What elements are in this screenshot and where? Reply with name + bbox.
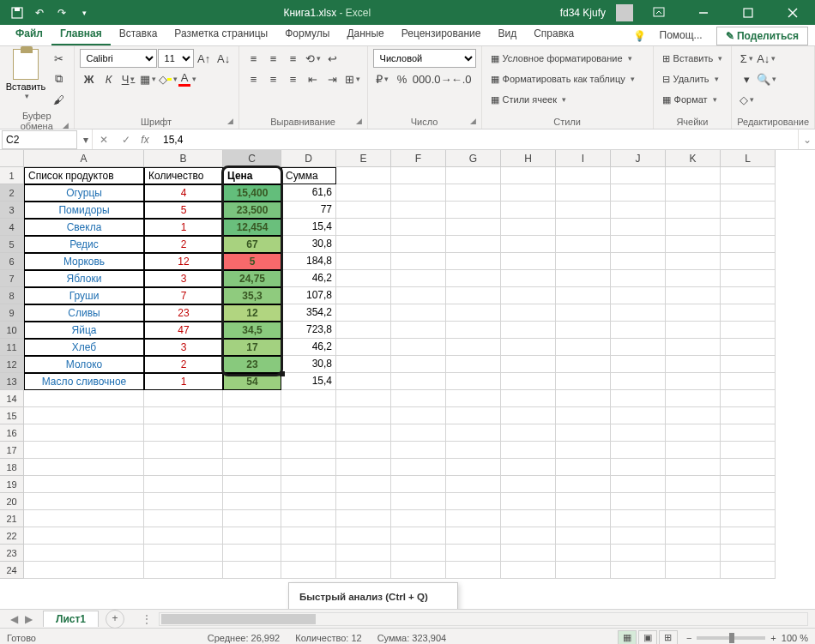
cell[interactable] <box>446 219 501 236</box>
cell[interactable] <box>223 442 281 459</box>
cell[interactable] <box>223 390 281 407</box>
decrease-decimal-icon[interactable]: ←.0 <box>452 69 471 88</box>
percent-icon[interactable]: % <box>393 69 412 88</box>
cell[interactable] <box>446 476 501 493</box>
cell[interactable]: 2 <box>144 356 223 373</box>
delete-cells-button[interactable]: ⊟ Удалить▾ <box>659 69 727 88</box>
cell[interactable] <box>666 287 721 304</box>
view-normal-icon[interactable]: ▦ <box>618 630 637 645</box>
cell[interactable] <box>611 253 666 270</box>
cell[interactable] <box>501 339 556 356</box>
cell[interactable] <box>24 527 144 545</box>
cell[interactable] <box>223 476 281 493</box>
cell[interactable] <box>501 236 556 253</box>
cell[interactable]: 17 <box>223 339 281 356</box>
cell[interactable] <box>611 219 666 236</box>
cell[interactable] <box>721 373 776 390</box>
cell[interactable] <box>611 476 666 493</box>
cell[interactable] <box>24 510 144 527</box>
cell[interactable] <box>24 545 144 562</box>
cell[interactable] <box>281 476 336 493</box>
dialog-launcher-icon[interactable]: ◢ <box>470 117 476 125</box>
cell[interactable]: 61,6 <box>281 184 336 202</box>
cell[interactable]: Яйца <box>24 322 144 339</box>
cell[interactable]: 54 <box>223 373 281 390</box>
cell[interactable] <box>336 545 391 562</box>
cell[interactable] <box>611 167 666 184</box>
increase-font-icon[interactable]: A↑ <box>195 49 214 68</box>
cell[interactable] <box>556 562 611 579</box>
cell[interactable] <box>391 184 446 202</box>
cell[interactable] <box>336 339 391 356</box>
cell[interactable] <box>666 322 721 339</box>
cell[interactable] <box>611 424 666 442</box>
col-header[interactable]: E <box>336 150 391 167</box>
cell[interactable]: 12,454 <box>223 219 281 236</box>
cell[interactable]: 3 <box>144 339 223 356</box>
cell[interactable] <box>556 322 611 339</box>
close-icon[interactable] <box>774 0 812 25</box>
cell[interactable] <box>666 373 721 390</box>
cell[interactable] <box>336 527 391 545</box>
cell[interactable]: 15,4 <box>281 373 336 390</box>
cancel-formula-icon[interactable]: ✕ <box>93 134 115 146</box>
cell[interactable] <box>556 373 611 390</box>
cell[interactable] <box>223 459 281 476</box>
cell[interactable] <box>446 390 501 407</box>
cell[interactable]: 23,500 <box>223 202 281 219</box>
zoom-level[interactable]: 100 % <box>782 633 808 643</box>
align-center-icon[interactable]: ≡ <box>264 69 283 88</box>
cell[interactable] <box>721 493 776 510</box>
cell[interactable] <box>556 304 611 322</box>
cell[interactable] <box>501 527 556 545</box>
cell[interactable] <box>144 424 223 442</box>
cell[interactable]: Огурцы <box>24 184 144 202</box>
zoom-in-icon[interactable]: + <box>770 633 776 643</box>
cell[interactable] <box>446 339 501 356</box>
italic-button[interactable]: К <box>100 69 118 88</box>
cell[interactable] <box>391 356 446 373</box>
cell[interactable] <box>24 407 144 424</box>
cell[interactable] <box>446 184 501 202</box>
cell[interactable] <box>144 459 223 476</box>
row-header[interactable]: 16 <box>0 424 24 442</box>
cell[interactable] <box>556 424 611 442</box>
cell[interactable] <box>501 493 556 510</box>
decrease-font-icon[interactable]: A↓ <box>214 49 233 68</box>
cell[interactable]: 12 <box>144 253 223 270</box>
cell[interactable]: Цена <box>223 167 281 184</box>
cell[interactable] <box>721 356 776 373</box>
cell[interactable] <box>666 442 721 459</box>
sort-filter-icon[interactable]: A↓▾ <box>757 49 776 68</box>
cell[interactable] <box>391 424 446 442</box>
cell[interactable] <box>611 493 666 510</box>
cell[interactable] <box>24 476 144 493</box>
cell[interactable] <box>501 407 556 424</box>
cell[interactable]: 4 <box>144 184 223 202</box>
dialog-launcher-icon[interactable]: ◢ <box>63 121 69 129</box>
row-header[interactable]: 7 <box>0 270 24 287</box>
cell[interactable] <box>611 442 666 459</box>
cell[interactable] <box>556 390 611 407</box>
row-header[interactable]: 2 <box>0 184 24 202</box>
cell[interactable] <box>666 459 721 476</box>
tab-рецензирование[interactable]: Рецензирование <box>393 24 490 45</box>
cell[interactable] <box>556 236 611 253</box>
cell[interactable] <box>501 322 556 339</box>
col-header[interactable]: D <box>281 150 336 167</box>
cell[interactable] <box>281 562 336 579</box>
row-header[interactable]: 10 <box>0 322 24 339</box>
cell[interactable] <box>391 510 446 527</box>
cell[interactable]: 77 <box>281 202 336 219</box>
cell[interactable] <box>223 510 281 527</box>
cell[interactable] <box>611 202 666 219</box>
cell[interactable] <box>24 562 144 579</box>
cell[interactable] <box>281 459 336 476</box>
row-header[interactable]: 17 <box>0 442 24 459</box>
cell[interactable] <box>446 356 501 373</box>
cell[interactable] <box>721 476 776 493</box>
view-page-break-icon[interactable]: ⊞ <box>659 630 678 645</box>
format-painter-icon[interactable]: 🖌 <box>49 90 68 109</box>
zoom-out-icon[interactable]: − <box>686 633 691 643</box>
qat-customize-icon[interactable]: ▾ <box>74 3 94 23</box>
